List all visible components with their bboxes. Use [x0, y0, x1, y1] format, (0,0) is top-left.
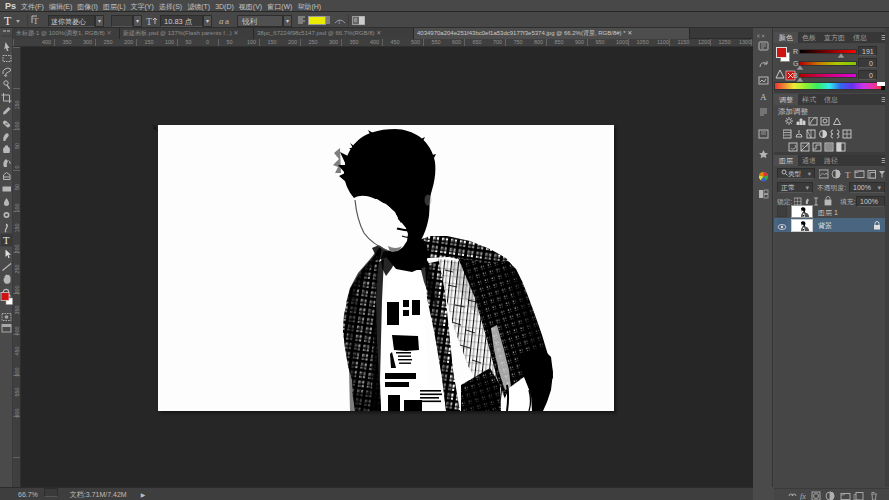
svg-text:T: T: [4, 14, 12, 27]
svg-text:T: T: [845, 170, 851, 180]
svg-text:T: T: [33, 16, 39, 26]
svg-text:fx: fx: [800, 492, 806, 500]
svg-text:A: A: [760, 92, 767, 102]
svg-text:a: a: [225, 16, 229, 26]
svg-text:a: a: [219, 16, 224, 26]
svg-text:T: T: [146, 16, 152, 26]
svg-text:T: T: [337, 18, 342, 26]
svg-text:T: T: [3, 235, 10, 246]
